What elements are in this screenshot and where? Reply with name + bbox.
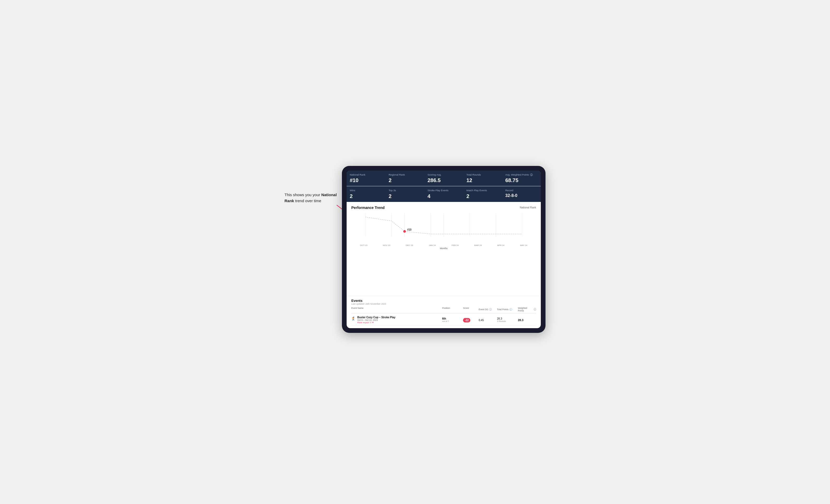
col-position: Position [442,307,463,312]
chart-label-dec23: DEC 23 [398,244,421,246]
event-name: Buster Cozy Cup – Stroke Play [357,316,395,319]
event-total-points: 28.3 3 Rounds [497,317,518,323]
stat-record: Record 32-8-0 [502,186,541,202]
performance-title: Performance Trend [351,206,385,210]
event-info: Buster Cozy Cup – Stroke Play Oct 9 – Oc… [357,316,395,324]
table-row: 🏌 Buster Cozy Cup – Stroke Play Oct 9 – … [351,314,536,326]
stat-regional-rank: Regional Rank 2 [385,171,424,186]
stat-avg-weighted-points-label: Avg. Weighted Points ℹ [505,173,538,176]
golf-icon: 🏌 [351,316,356,321]
stat-regional-rank-value: 2 [389,177,421,183]
col-score: Score [463,307,479,312]
chart-label-mar24: MAR 24 [467,244,490,246]
tablet-device: National Rank #10 Regional Rank 2 Scorin… [342,166,545,333]
performance-header: Performance Trend National Rank [351,206,536,210]
chart-label-feb24: FEB 24 [444,244,467,246]
annotation-text: This shows you your National Rank trend … [285,193,337,203]
stat-scoring-avg: Scoring Avg. 286.5 [424,171,463,186]
stat-match-play-label: Match Play Events [467,189,499,192]
stat-wins-value: 2 [350,193,382,199]
chart-datapoint [403,230,406,233]
chart-label-apr24: APR 24 [489,244,512,246]
stat-avg-weighted-points: Avg. Weighted Points ℹ 68.75 [502,171,541,186]
stat-national-rank-label: National Rank [350,173,382,176]
chart-label-nov23: NOV 23 [375,244,398,246]
tablet-screen: National Rank #10 Regional Rank 2 Scorin… [347,171,541,328]
stat-top3s: Top 3s 2 [385,186,424,202]
events-section: Events Last updated: 24th November 2023 … [347,296,541,328]
stat-total-rounds-label: Total Rounds [467,173,499,176]
events-table-header: Event Name Position Score Event SG ℹ Tot… [351,307,536,313]
stat-national-rank: National Rank #10 [347,171,385,186]
annotation: This shows you your National Rank trend … [285,192,339,204]
stat-national-rank-value: #10 [350,177,382,183]
chart-label-oct23: OCT 23 [352,244,375,246]
chart-container: #10 [351,212,536,243]
score-badge: -22 [463,318,470,323]
stat-stroke-play-label: Stroke Play Events [427,189,460,192]
col-weighted-points: Weighted Points ℹ [518,307,536,312]
stat-top3s-value: 2 [389,193,421,199]
stat-total-rounds-value: 12 [467,177,499,183]
event-name-cell: 🏌 Buster Cozy Cup – Stroke Play Oct 9 – … [351,316,442,324]
stat-total-rounds: Total Rounds 12 [463,171,502,186]
stat-match-play-value: 2 [467,193,499,199]
scene: This shows you your National Rank trend … [285,166,545,338]
annotation-bold: National Rank [285,193,337,203]
stats-row-1: National Rank #10 Regional Rank 2 Scorin… [347,171,541,186]
performance-axis-label: National Rank [520,206,536,209]
stat-scoring-avg-value: 286.5 [427,177,460,183]
stat-record-value: 32-8-0 [505,193,538,198]
col-event-name: Event Name [351,307,442,312]
stat-match-play: Match Play Events 2 [463,186,502,202]
stat-record-label: Record [505,189,538,192]
chart-x-axis-title: Months [351,247,536,250]
stat-scoring-avg-label: Scoring Avg. [427,173,460,176]
stat-regional-rank-label: Regional Rank [389,173,421,176]
stat-stroke-play: Stroke Play Events 4 [424,186,463,202]
info-icon-weighted-points: ℹ [534,308,536,311]
stats-row-2: Wins 2 Top 3s 2 Stroke Play Events 4 Mat… [347,186,541,202]
event-sg-value: 0.45 [479,317,497,322]
stat-top3s-label: Top 3s [389,189,421,192]
stat-wins: Wins 2 [347,186,385,202]
chart-label-jan24: JAN 24 [421,244,444,246]
info-icon-event-sg: ℹ [489,308,492,311]
rank-impact: Rank Impact: 3 ▼ [357,322,395,324]
event-date: Oct 9 – Oct 10, 2023 [357,319,395,322]
stat-wins-label: Wins [350,189,382,192]
chart-datapoint-label: #10 [407,228,412,231]
stat-stroke-play-value: 4 [427,193,460,199]
info-icon-total-points: ℹ [509,308,512,311]
event-position: 6th out of 7 [442,317,463,323]
events-last-updated: Last updated: 24th November 2023 [351,303,536,305]
events-title: Events [351,299,536,303]
chart-label-may24: MAY 24 [512,244,535,246]
col-event-sg: Event SG ℹ [479,307,497,312]
info-icon-weighted: ℹ [530,173,533,176]
chart-x-labels: OCT 23 NOV 23 DEC 23 JAN 24 FEB 24 MAR 2… [351,244,536,246]
performance-chart: #10 [351,212,536,240]
stat-avg-weighted-points-value: 68.75 [505,177,538,183]
event-weighted-points: 28.3 [518,317,536,322]
event-score: -22 [463,317,479,323]
performance-section: Performance Trend National Rank [347,202,541,296]
rank-direction-icon: ▼ [372,322,374,324]
col-total-points: Total Points ℹ [497,307,518,312]
